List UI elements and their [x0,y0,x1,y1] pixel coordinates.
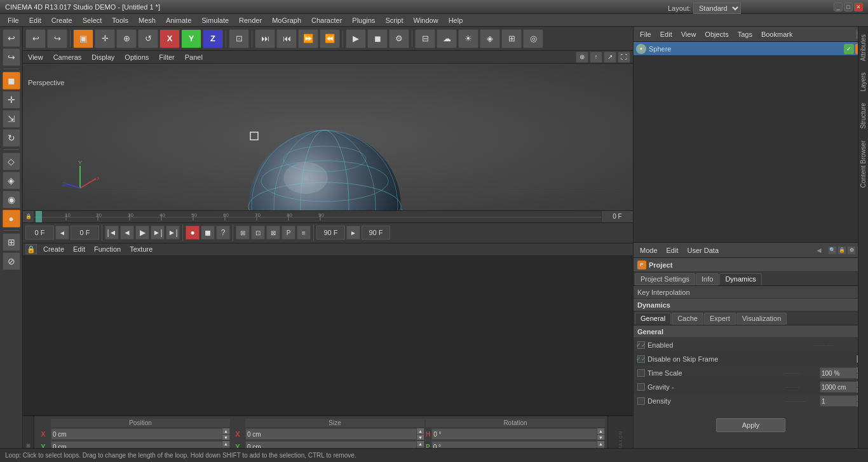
vp-menu-display[interactable]: Display [89,53,117,61]
anim-menu-create[interactable]: Create [41,244,67,254]
anim-corner[interactable]: 🔒 [25,244,37,254]
timescale-checkbox[interactable] [637,369,645,377]
side-tab-structure[interactable]: Structure [858,98,868,134]
y-size-up[interactable]: ▲ [416,441,424,447]
menu-help[interactable]: Help [444,14,468,26]
y-btn[interactable]: Y [181,29,201,48]
anim-settings-button[interactable]: ⏪ [320,29,340,48]
jump-start-button[interactable]: |◄ [105,226,119,240]
z-btn[interactable]: Z [203,29,223,48]
timescale-input[interactable] [820,368,856,378]
menu-mesh[interactable]: Mesh [133,14,161,26]
start-frame-input[interactable] [71,226,99,240]
prev-frame-button[interactable]: ◄ [120,226,134,240]
point-mode-button[interactable]: ● [3,210,20,228]
anim-menu-texture[interactable]: Texture [127,244,155,254]
obj-menu-file[interactable]: File [636,29,655,39]
floor-button[interactable]: ⊟ [415,29,435,48]
dyn-tab-visualization[interactable]: Visualization [736,313,787,325]
anim-record-button[interactable]: ⏭ [255,29,275,48]
end-frame-input[interactable] [316,226,345,240]
menu-animate[interactable]: Animate [161,14,196,26]
menu-select[interactable]: Select [78,14,107,26]
attr-menu-userdata[interactable]: User Data [684,245,723,255]
timeline-menu-button[interactable]: ≡ [297,226,311,240]
viewport[interactable]: View Cameras Display Options Filter Pane… [23,51,633,210]
camera-button[interactable]: ◈ [480,29,500,48]
move-top-button[interactable]: ✛ [95,29,115,48]
redo-top-button[interactable]: ↪ [47,29,67,48]
scale-tool-button[interactable]: ⇲ [3,110,20,128]
vp-menu-options[interactable]: Options [122,53,151,61]
menu-mograph[interactable]: MoGraph [267,14,306,26]
side-tab-layers[interactable]: Layers [858,67,868,97]
density-checkbox[interactable] [637,397,645,405]
x-size-down[interactable]: ▼ [416,434,424,440]
rotate-top-button[interactable]: ↺ [138,29,158,48]
next-frame-button[interactable]: ►| [151,226,165,240]
vp-fullscreen-icon[interactable]: ⛶ [618,51,630,63]
apply-button[interactable]: Apply [716,418,786,432]
attr-back-icon[interactable]: ◄ [814,245,824,255]
menu-render[interactable]: Render [234,14,267,26]
attr-lock-icon[interactable]: 🔒 [837,246,846,255]
menu-create[interactable]: Create [46,14,78,26]
x-pos-down[interactable]: ▼ [222,434,229,440]
vp-menu-filter[interactable]: Filter [156,53,177,61]
help-button[interactable]: ? [216,226,230,240]
render-preview-button[interactable]: ▶ [346,29,366,48]
dyn-tab-general[interactable]: General [635,313,671,325]
vp-menu-cameras[interactable]: Cameras [51,53,85,61]
next-key-button[interactable]: ► [346,226,360,240]
snap-key-button[interactable]: ⊠ [266,226,280,240]
select-tool-button[interactable]: ◼ [3,72,20,90]
attr-menu-mode[interactable]: Mode [636,245,661,255]
display-button[interactable]: ◎ [523,29,543,48]
x-size-up[interactable]: ▲ [416,428,424,434]
maximize-button[interactable]: □ [844,3,853,11]
anim-menu-edit[interactable]: Edit [71,244,88,254]
sky-button[interactable]: ☁ [437,29,457,48]
jump-end-button[interactable]: ►| [166,226,180,240]
menu-script[interactable]: Script [380,14,408,26]
gravity-input[interactable] [820,382,856,392]
obj-menu-objects[interactable]: Objects [701,29,732,39]
attr-search-icon[interactable]: 🔍 [828,246,837,255]
obj-menu-bookmark[interactable]: Bookmark [757,29,797,39]
density-input[interactable] [820,396,856,406]
light-button[interactable]: ☀ [458,29,478,48]
current-frame-input[interactable] [25,226,54,240]
ruler-track[interactable]: 10 20 30 40 50 60 70 80 90 [34,211,601,222]
rotate-tool-button[interactable]: ↻ [3,129,20,147]
redo-button[interactable]: ↪ [3,48,20,66]
x-pos-input[interactable] [51,429,222,439]
obj-menu-tags[interactable]: Tags [734,29,756,39]
undo-button[interactable]: ↩ [3,29,20,47]
tab-dynamics[interactable]: Dynamics [719,273,761,285]
disable-skip-checkbox[interactable]: ✓ [637,355,645,363]
menu-tools[interactable]: Tools [107,14,133,26]
h-down[interactable]: ▼ [597,434,604,440]
tab-info[interactable]: Info [696,273,719,285]
play-forward-button[interactable]: ▶ [135,226,149,240]
timeline-ruler[interactable]: 🔒 10 20 30 40 50 60 [23,210,633,223]
vp-menu-view[interactable]: View [25,53,46,61]
vp-menu-panel[interactable]: Panel [182,53,205,61]
solo-button[interactable]: ⊘ [3,252,20,270]
tab-project-settings[interactable]: Project Settings [635,273,695,285]
obj-menu-edit[interactable]: Edit [656,29,676,39]
undo-top-button[interactable]: ↩ [25,29,46,48]
render-button[interactable]: ◼ [367,29,388,48]
poly-mode-button[interactable]: ◈ [3,172,20,189]
side-tab-content[interactable]: Content Browser [858,135,868,193]
move-tool-button[interactable]: ✛ [3,91,20,109]
dyn-tab-expert[interactable]: Expert [704,313,736,325]
max-frame-input[interactable] [362,226,390,240]
vp-move-icon[interactable]: ⊕ [576,51,588,63]
obj-menu-view[interactable]: View [677,29,700,39]
autokey-button[interactable]: ◼ [201,226,215,240]
3d-view-button[interactable]: ⊞ [501,29,522,48]
dyn-tab-cache[interactable]: Cache [672,313,703,325]
object-manager-content[interactable]: ● Sphere ✓ ● [634,42,868,242]
record-button[interactable]: ● [186,226,200,240]
